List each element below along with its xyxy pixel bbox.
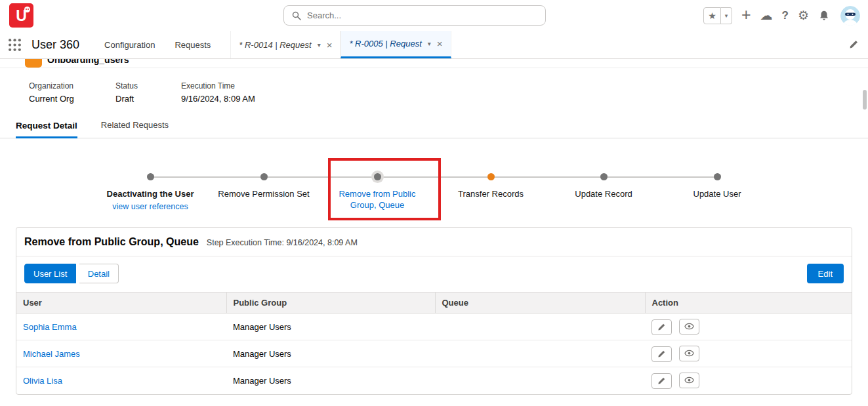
close-icon[interactable]: ×	[437, 38, 443, 49]
path-step-label: Update User	[661, 189, 773, 200]
detail-toggle-button[interactable]: Detail	[79, 264, 119, 283]
table-header-row: User Public Group Queue Action	[16, 293, 852, 314]
logo-face-icon	[24, 7, 30, 12]
record-header-clipped: Onboarding_users	[0, 59, 868, 68]
global-actions-plus-icon[interactable]: +	[741, 7, 751, 23]
view-user-references-link[interactable]: view user references	[94, 202, 206, 211]
path-step-dot[interactable]	[374, 173, 381, 180]
action-cell	[645, 367, 852, 394]
user-link[interactable]: Sophia Emma	[23, 322, 77, 332]
edit-page-pencil-icon[interactable]	[849, 39, 859, 51]
preview-row-button[interactable]	[679, 346, 699, 361]
record-detail-tabs: Request Detail Related Requests	[0, 113, 868, 138]
global-header: U ★ ▾ + ☁ ? ⚙	[0, 0, 868, 31]
edit-button[interactable]: Edit	[807, 264, 844, 283]
star-icon: ★	[708, 10, 716, 21]
queue-cell	[435, 314, 645, 340]
step-detail-card: Remove from Public Group, Queue Step Exe…	[16, 227, 852, 395]
field-value: Current Org	[29, 94, 94, 104]
user-link[interactable]: Olivia Lisa	[23, 376, 62, 386]
path-step-label: Remove from Public Group, Queue	[335, 189, 419, 211]
path-step-dot[interactable]	[600, 173, 608, 180]
preview-row-button[interactable]	[679, 319, 699, 335]
view-toggle-group: User List Detail	[24, 264, 119, 283]
field-organization: Organization Current Org	[29, 81, 94, 113]
setup-gear-icon[interactable]: ⚙	[798, 9, 809, 22]
app-logo: U	[9, 3, 33, 28]
edit-row-button[interactable]	[651, 346, 672, 362]
chevron-down-icon[interactable]: ▾	[428, 40, 431, 47]
column-header-public-group: Public Group	[226, 293, 435, 314]
workspace-tab-label: * R-0005 | Request	[349, 39, 421, 49]
pencil-icon	[849, 39, 859, 49]
path-step-deactivating-the-user: Deactivating the User view user referenc…	[94, 173, 206, 211]
field-value: 9/16/2024, 8:09 AM	[181, 94, 255, 104]
guidance-cloud-icon[interactable]: ☁	[760, 9, 773, 22]
field-label: Execution Time	[181, 81, 255, 91]
card-title: Remove from Public Group, Queue	[24, 236, 199, 248]
field-label: Organization	[29, 81, 94, 91]
search-input[interactable]	[307, 10, 537, 20]
eye-icon	[684, 348, 694, 358]
tab-request-detail[interactable]: Request Detail	[16, 121, 77, 138]
user-link[interactable]: Michael James	[23, 349, 80, 359]
field-status: Status Draft	[115, 81, 160, 113]
nav-tab-configuration[interactable]: Configuration	[104, 31, 155, 58]
pencil-icon	[657, 350, 666, 358]
public-group-cell: Manager Users	[226, 314, 435, 340]
close-icon[interactable]: ×	[327, 39, 333, 51]
preview-row-button[interactable]	[679, 373, 699, 388]
record-title: Onboarding_users	[47, 59, 129, 65]
search-icon	[292, 11, 301, 20]
workspace-tab-r0005[interactable]: * R-0005 | Request ▾ ×	[341, 31, 451, 58]
edit-row-button[interactable]	[651, 373, 672, 389]
path-step-label: Transfer Records	[435, 189, 547, 200]
card-header: Remove from Public Group, Queue Step Exe…	[16, 228, 852, 256]
scrollbar[interactable]	[863, 90, 867, 110]
path-step-dot[interactable]	[714, 173, 721, 180]
plus-icon: +	[741, 7, 751, 23]
favorites-star-icon[interactable]: ★	[703, 7, 721, 24]
path-step-label: Update Record	[548, 189, 659, 200]
path-stepper: Deactivating the User view user referenc…	[0, 138, 868, 223]
step-execution-time: Step Execution Time: 9/16/2024, 8:09 AM	[207, 237, 358, 247]
waffle-grid-icon	[8, 38, 22, 52]
table-row: Michael James Manager Users	[16, 340, 852, 367]
nav-tab-requests[interactable]: Requests	[175, 31, 211, 58]
path-step-label: Deactivating the User	[94, 189, 206, 200]
public-group-cell: Manager Users	[226, 340, 435, 367]
bell-icon	[818, 10, 830, 22]
workspace-tab-r0014[interactable]: * R-0014 | Request ▾ ×	[230, 31, 341, 58]
avatar-astro-icon	[840, 6, 860, 26]
tab-related-requests[interactable]: Related Requests	[101, 120, 169, 138]
eye-icon	[684, 375, 694, 385]
global-search[interactable]	[283, 5, 546, 26]
gear-icon: ⚙	[798, 9, 809, 22]
app-navigation-bar: User 360 Configuration Requests * R-0014…	[0, 31, 868, 59]
field-execution-time: Execution Time 9/16/2024, 8:09 AM	[181, 81, 255, 113]
path-step-remove-from-public-group-queue: Remove from Public Group, Queue	[321, 173, 433, 211]
path-step-dot[interactable]	[147, 173, 154, 180]
user-avatar[interactable]	[840, 6, 860, 26]
request-record-icon	[25, 59, 42, 68]
question-mark-icon: ?	[782, 10, 789, 21]
column-header-user: User	[16, 293, 226, 314]
user-list-toggle-button[interactable]: User List	[24, 264, 76, 283]
edit-row-button[interactable]	[651, 319, 672, 335]
path-step-dot[interactable]	[487, 173, 495, 180]
cloud-icon: ☁	[760, 9, 773, 22]
path-step-update-user: Update User	[661, 173, 773, 200]
card-controls: User List Detail Edit	[16, 256, 852, 292]
field-label: Status	[115, 81, 160, 91]
pencil-icon	[657, 376, 666, 385]
column-header-queue: Queue	[435, 293, 645, 314]
action-cell	[645, 314, 852, 340]
chevron-down-icon[interactable]: ▾	[318, 41, 321, 49]
favorites-dropdown-icon[interactable]: ▾	[721, 7, 732, 24]
app-launcher-icon[interactable]	[8, 31, 22, 58]
pencil-icon	[657, 323, 666, 331]
notifications-bell-icon[interactable]	[818, 10, 830, 22]
path-step-dot[interactable]	[260, 173, 268, 180]
header-actions: ★ ▾ + ☁ ? ⚙	[703, 6, 860, 26]
help-icon[interactable]: ?	[782, 10, 789, 21]
